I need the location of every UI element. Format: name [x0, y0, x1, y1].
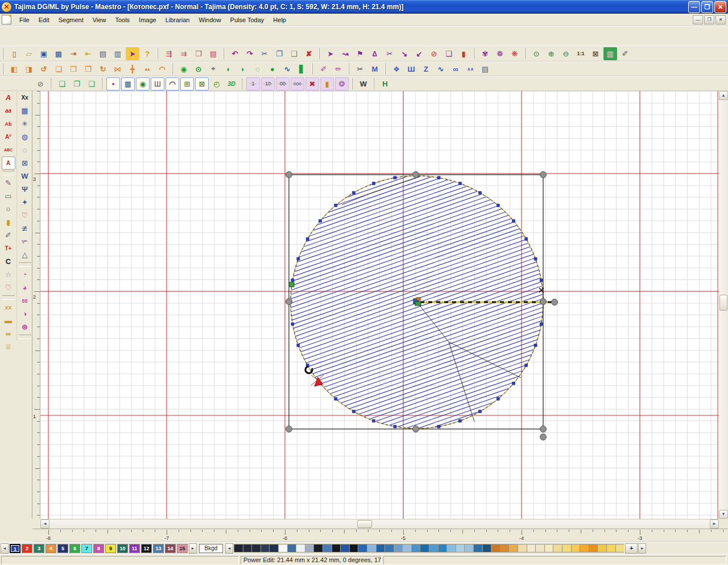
show-points-toggle[interactable]: ▦	[121, 77, 135, 90]
mdi-close-button[interactable]: ✕	[715, 15, 726, 24]
thread-color-6[interactable]: 6	[69, 544, 80, 553]
step-10-button[interactable]: ·10·	[261, 77, 275, 90]
delete-x-tool[interactable]: Xx	[18, 91, 32, 104]
bkgd-color-11[interactable]	[322, 544, 332, 552]
rotate-button[interactable]: ↻	[96, 63, 110, 76]
applique-heart-tool[interactable]: ♡	[2, 281, 15, 294]
anchor-node[interactable]	[291, 279, 294, 282]
anchor-node[interactable]	[297, 258, 300, 261]
anchor-node[interactable]	[437, 176, 440, 179]
show-stitches-toggle[interactable]: ▪	[106, 77, 120, 90]
thread-color-12[interactable]: 12	[141, 544, 152, 553]
bkgd-color-35[interactable]	[535, 544, 544, 552]
bean-solid-button[interactable]: ●	[266, 63, 279, 76]
bkgd-color-40[interactable]	[580, 544, 589, 552]
delete-button[interactable]: ✘	[302, 47, 316, 60]
anchor-node[interactable]	[437, 425, 440, 428]
magnify-toggle[interactable]: ◉	[136, 77, 150, 90]
zoom-actual-button[interactable]: 1:1	[574, 47, 588, 60]
start-node[interactable]	[289, 282, 294, 287]
stamp-tool[interactable]: ✦	[18, 196, 32, 209]
lettering-circle-tool[interactable]: A°	[2, 130, 15, 143]
chain-stitch-tool[interactable]: ∞	[2, 327, 15, 340]
wheel-half-tool[interactable]: ◑	[18, 307, 32, 320]
edit-box-button[interactable]: ❏	[442, 47, 456, 60]
menu-edit[interactable]: Edit	[34, 15, 54, 25]
cut-button[interactable]: ✂	[258, 47, 271, 60]
selection-handle[interactable]	[413, 426, 419, 432]
mdi-minimize-button[interactable]: —	[693, 15, 703, 24]
double-run-tool[interactable]: 88	[18, 294, 32, 307]
lettering-frame-tool[interactable]: A	[2, 156, 15, 170]
bkgd-color-1[interactable]	[234, 544, 243, 552]
arch-button[interactable]: ◠	[155, 63, 169, 76]
branch-button[interactable]: ✾	[478, 47, 492, 60]
menu-image[interactable]: Image	[134, 15, 161, 25]
thread-color-11[interactable]: 11	[129, 544, 140, 553]
menu-file[interactable]: File	[15, 15, 34, 25]
thread-color-3[interactable]: 3	[34, 544, 44, 553]
notes-tool[interactable]: ✐	[2, 229, 15, 242]
menu-help[interactable]: Help	[268, 15, 291, 25]
bkgd-color-28[interactable]	[473, 544, 482, 552]
machine-stop-button[interactable]: ▮	[457, 47, 470, 60]
selection-handle[interactable]	[286, 172, 292, 178]
thread-color-9[interactable]: 9	[105, 544, 116, 553]
bkgd-color-34[interactable]	[527, 544, 536, 552]
anchor-node[interactable]	[525, 238, 528, 241]
crown-tool[interactable]: ♕	[2, 340, 15, 353]
thread-color-10[interactable]: 10	[117, 544, 128, 553]
menu-pulse-today[interactable]: Pulse Today	[226, 15, 269, 25]
anchor-node[interactable]	[479, 191, 482, 194]
move-end-button[interactable]: ↙	[412, 47, 426, 60]
thread-color-8[interactable]: 8	[93, 544, 104, 553]
selection-handle[interactable]	[413, 172, 419, 178]
anchor-node[interactable]	[394, 425, 396, 428]
bkgd-color-36[interactable]	[544, 544, 553, 552]
remove-hole-button[interactable]: ⊙	[192, 63, 205, 76]
insert-design-button[interactable]: ⇥	[67, 47, 80, 60]
selection-handle[interactable]	[540, 299, 547, 305]
bkgd-color-13[interactable]	[340, 544, 349, 552]
delete-stitch-button[interactable]: ⊘	[427, 47, 441, 60]
bkgd-color-44[interactable]	[615, 544, 624, 552]
selection-handle[interactable]	[286, 426, 292, 432]
bkgd-color-23[interactable]	[429, 544, 438, 552]
zoom-out-button[interactable]: ⊖	[559, 47, 573, 60]
bkgd-color-10[interactable]	[313, 544, 322, 552]
bkgd-color-7[interactable]	[287, 544, 296, 552]
grid-off-toggle[interactable]: ⊠	[195, 77, 209, 90]
arc-tool[interactable]: C	[2, 255, 15, 268]
split-point-button[interactable]: ⌖	[206, 63, 220, 76]
bkgd-color-43[interactable]	[606, 544, 615, 552]
merge-stitches-button[interactable]: M	[368, 63, 382, 76]
bkgd-color-4[interactable]	[260, 544, 270, 552]
anchor-node[interactable]	[497, 398, 499, 401]
copy-prev-button[interactable]: ❐	[70, 77, 84, 90]
open-file-button[interactable]: ▱	[22, 47, 36, 60]
bkgd-color-27[interactable]	[464, 544, 473, 552]
steil-stitch-button[interactable]: ❖	[390, 63, 403, 76]
grid-toggle[interactable]: ⊞	[180, 77, 194, 90]
anchor-node[interactable]	[479, 410, 482, 413]
curve-button[interactable]: ∿	[280, 63, 294, 76]
v-scroll-thumb[interactable]	[719, 295, 727, 311]
bean-right-button[interactable]: ◗	[236, 63, 250, 76]
color-film-tool[interactable]: ▮	[2, 216, 15, 229]
lettering-fancy-tool[interactable]: A	[2, 91, 15, 104]
print-button[interactable]: ▤	[96, 47, 110, 60]
scroll-right-button[interactable]: ►	[710, 519, 719, 529]
anchor-node[interactable]	[512, 382, 515, 385]
rectangle-tool[interactable]: ▭	[2, 189, 15, 203]
w-stitch-tool[interactable]: W	[18, 170, 32, 183]
convert-artwork-button[interactable]: ✐	[317, 63, 330, 76]
measure-button[interactable]: ✐	[618, 47, 632, 60]
anchor-node[interactable]	[394, 176, 396, 179]
thread-scroll-right-button[interactable]: ►	[189, 543, 197, 554]
lasso-select-button[interactable]: ↝	[338, 47, 352, 60]
starburst-tool[interactable]: ✳	[18, 117, 32, 130]
menu-librarian[interactable]: Librarian	[161, 15, 195, 25]
bkgd-color-18[interactable]	[384, 544, 394, 552]
selection-handle[interactable]	[540, 172, 547, 178]
machine-queue-button[interactable]: ⇉	[177, 47, 191, 60]
